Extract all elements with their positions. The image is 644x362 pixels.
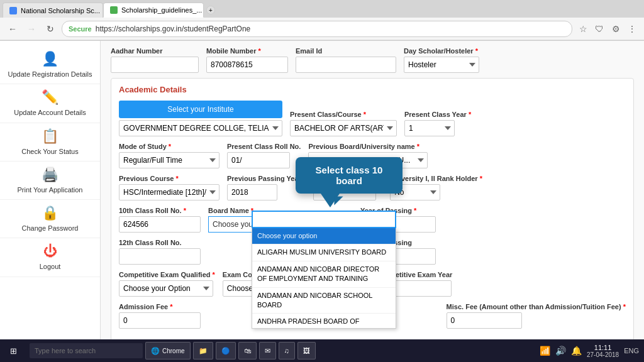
taskbar-app-folder[interactable]: 📁 <box>193 342 213 359</box>
day-scholar-label: Day Scholar/Hosteler * <box>404 47 479 55</box>
select-institute-button[interactable]: Select your Institute <box>119 101 282 118</box>
mobile-input[interactable] <box>206 57 288 73</box>
new-tab-button[interactable]: + <box>206 6 215 14</box>
shield-icon[interactable]: 🛡 <box>592 22 606 36</box>
main-content: Aadhar Number Mobile Number * Email Id D… <box>101 41 644 362</box>
taskbar-app-edge[interactable]: 🌐 Chrome <box>145 342 191 359</box>
tooltip-bubble: Select class 10 board <box>296 157 402 194</box>
email-input[interactable] <box>296 57 396 73</box>
dropdown-wrapper: Choose your option ALIGARH MUSLIM UNIVER… <box>252 211 396 329</box>
refresh-button[interactable]: ↻ <box>43 21 58 36</box>
academic-section-title: Academic Details <box>119 85 626 94</box>
admission-fee-label: Admission Fee * <box>119 303 201 310</box>
dropdown-option-4[interactable]: ANDHRA PRADESH BOARD OF <box>252 314 396 329</box>
day-scholar-group: Day Scholar/Hosteler * Hosteler <box>404 47 479 73</box>
taskbar-app-ie[interactable]: 🔵 <box>216 342 236 359</box>
present-class-label: Present Class/Course * <box>290 111 397 118</box>
sidebar-label-change-pwd: Change Password <box>22 224 79 233</box>
competitive-exam-group: Competitive Exam Qualified * Choose your… <box>119 271 215 297</box>
prev-course-group: Previous Course * HSC/Intermediate [12th… <box>119 175 219 200</box>
tab-scholarship-2[interactable]: Scholarship_guidelines_... ✕ <box>103 3 204 18</box>
start-button[interactable]: ⊞ <box>5 345 22 357</box>
mobile-label: Mobile Number * <box>206 47 288 55</box>
back-button[interactable]: ← <box>5 21 20 36</box>
roll-10-input[interactable] <box>119 216 201 233</box>
sidebar-item-check-status[interactable]: 📋 Check Your Status <box>0 123 100 162</box>
dropdown-search[interactable] <box>252 211 396 228</box>
browser-icons: ☆ 🛡 ⚙ ⋮ <box>576 22 639 36</box>
address-bar: ← → ↻ Secure https://scholarships.gov.in… <box>0 18 644 40</box>
roll-12-input[interactable] <box>119 248 201 265</box>
competitive-exam-select[interactable]: Choose your Option <box>119 280 213 297</box>
sidebar-label-update-reg: Update Registration Details <box>8 70 92 79</box>
photo-icon: 🖼 <box>303 347 310 354</box>
sidebar-item-logout[interactable]: ⏻ Logout <box>0 238 100 277</box>
class-roll-input[interactable] <box>227 152 290 168</box>
dropdown-option-0[interactable]: Choose your option <box>252 228 396 244</box>
taskbar-right: 📶 🔊 🔔 11:11 27-04-2018 ENG <box>540 344 639 358</box>
browser-chrome: National Scholarship Sc... ✕ Scholarship… <box>0 0 644 41</box>
sidebar-label-update-account: Update Account Details <box>14 108 86 117</box>
present-class-select[interactable]: BACHELOR OF ARTS(ARTS) <box>290 120 397 136</box>
check-status-icon: 📋 <box>42 128 58 145</box>
store-icon: 🛍 <box>244 347 251 354</box>
tab-scholarship-1[interactable]: National Scholarship Sc... ✕ <box>3 3 103 18</box>
sidebar-label-check-status: Check Your Status <box>21 147 79 156</box>
admission-fee-group: Admission Fee * <box>119 303 201 329</box>
institute-select[interactable]: GOVERNMENT DEGREE COLLGE, TELIAMURA(AISH… <box>119 120 282 136</box>
clock: 11:11 27-04-2018 <box>587 344 619 358</box>
prev-passing-year-input[interactable] <box>227 184 277 200</box>
roll-10-group: 10th Class Roll No. * <box>119 207 201 233</box>
update-account-icon: ✏️ <box>42 89 58 106</box>
sidebar-item-print-app[interactable]: 🖨️ Print Your Application <box>0 162 100 200</box>
sidebar-item-update-account[interactable]: ✏️ Update Account Details <box>0 84 100 123</box>
edge-icon: 🌐 <box>151 347 160 355</box>
aadhar-label: Aadhar Number <box>111 47 199 55</box>
taskbar-search[interactable] <box>30 343 143 358</box>
class-roll-group: Present Class Roll No. <box>227 143 301 168</box>
dropdown-option-1[interactable]: ALIGARH MUSLIM UNIVERSITY BOARD <box>252 244 396 261</box>
aadhar-input[interactable] <box>111 57 199 73</box>
tab-favicon-1 <box>9 7 17 14</box>
notification-icon[interactable]: 🔔 <box>571 346 582 356</box>
class-roll-label: Present Class Roll No. <box>227 143 301 150</box>
class-year-select[interactable]: 1 <box>404 120 455 136</box>
misc-fee-input[interactable] <box>447 312 522 329</box>
forward-button[interactable]: → <box>24 21 39 36</box>
mail-icon: ✉ <box>265 347 270 355</box>
mode-study-select[interactable]: Regular/Full Time <box>119 152 219 168</box>
address-box[interactable]: Secure https://scholarships.gov.in/stude… <box>62 21 572 37</box>
mobile-group: Mobile Number * <box>206 47 288 73</box>
mode-study-group: Mode of Study * Regular/Full Time <box>119 143 219 168</box>
roll-12-label: 12th Class Roll No. <box>119 239 201 246</box>
aadhar-group: Aadhar Number <box>111 47 199 73</box>
tab-label-1: National Scholarship Sc... <box>21 7 100 14</box>
admission-fee-input[interactable] <box>119 312 201 329</box>
logout-icon: ⏻ <box>43 243 57 260</box>
taskbar-app-mail[interactable]: ✉ <box>259 342 276 359</box>
windows-icon: ⊞ <box>10 346 17 356</box>
misc-fee-label: Misc. Fee (Amount other than Admission/T… <box>447 303 626 310</box>
institute-group: Select your Institute GOVERNMENT DEGREE … <box>119 101 282 136</box>
bookmark-button[interactable]: ☆ <box>576 22 590 36</box>
mobile-required: * <box>258 47 261 55</box>
day-scholar-select[interactable]: Hosteler <box>404 57 479 73</box>
taskbar-app-music[interactable]: ♫ <box>279 342 295 359</box>
tooltip-text: Select class 10 board <box>316 165 383 186</box>
taskbar: ⊞ 🌐 Chrome 📁 🔵 🛍 ✉ ♫ 🖼 📶 🔊 🔔 11:11 27-04… <box>0 339 644 362</box>
menu-button[interactable]: ⋮ <box>625 22 639 36</box>
network-icon[interactable]: 📶 <box>540 346 550 356</box>
extensions-button[interactable]: ⚙ <box>609 22 623 36</box>
email-label: Email Id <box>296 47 396 55</box>
dropdown-option-3[interactable]: ANDAMAN AND NICOBAR SCHOOL BOARD <box>252 288 396 314</box>
secure-badge: Secure <box>69 25 92 33</box>
change-pwd-icon: 🔒 <box>42 205 58 221</box>
sidebar-item-change-pwd[interactable]: 🔒 Change Password <box>0 200 100 238</box>
sidebar-item-update-reg[interactable]: 👤 Update Registration Details <box>0 46 100 84</box>
speaker-icon[interactable]: 🔊 <box>555 346 566 356</box>
prev-course-select[interactable]: HSC/Intermediate [12th]/... <box>119 184 219 200</box>
dropdown-option-2[interactable]: ANDAMAN AND NICOBAR DIRECTOR OF EMPLOYME… <box>252 261 396 288</box>
taskbar-app-store[interactable]: 🛍 <box>238 342 257 359</box>
university-rank-group: University I, II Rank Holder * No <box>390 175 482 200</box>
taskbar-app-photo[interactable]: 🖼 <box>297 342 316 359</box>
